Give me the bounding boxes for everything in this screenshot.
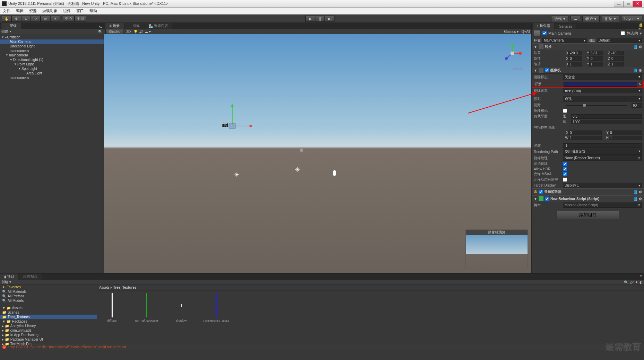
help-icon[interactable]: 📘: [633, 197, 637, 201]
shaded-dropdown[interactable]: Shaded: [105, 29, 123, 34]
rot-y-input[interactable]: [589, 56, 603, 61]
hierarchy-item[interactable]: ▼Point Light: [0, 62, 104, 66]
menu-assets[interactable]: 资源: [26, 8, 40, 14]
viewport-w-input[interactable]: [568, 136, 602, 140]
back-link[interactable]: < Back: [512, 67, 523, 71]
fx-toggle-icon[interactable]: ☁ ▾: [145, 30, 151, 34]
search-icon[interactable]: 🔍: [98, 30, 102, 34]
folder-item[interactable]: 📁 Tree_Textures: [0, 315, 97, 319]
scene-search[interactable]: Q+All: [521, 30, 530, 34]
target-display-dropdown[interactable]: Display 1▾: [563, 183, 642, 188]
assets-folder[interactable]: ▼ 📁 Assets: [0, 306, 97, 310]
create-dropdown[interactable]: 创建 ▾: [1, 280, 11, 285]
lock-icon[interactable]: 🔒≡: [638, 24, 643, 29]
scale-y-input[interactable]: [589, 62, 603, 66]
background-color-field[interactable]: [564, 82, 637, 87]
inspector-tab[interactable]: ℹ 检查器: [533, 23, 554, 29]
folder-item[interactable]: ▸ 📁 Analytics Library: [0, 324, 97, 328]
rotate-tool-button[interactable]: ↻: [21, 16, 31, 22]
light-toggle-icon[interactable]: 💡: [133, 30, 138, 34]
tab-scene[interactable]: # 场景: [105, 23, 124, 29]
scale-z-input[interactable]: [610, 62, 624, 66]
menu-help[interactable]: 帮助: [87, 8, 100, 14]
favorite-icon[interactable]: ★: [635, 280, 638, 284]
account-dropdown[interactable]: 帐户 ▾: [582, 16, 600, 22]
layout-dropdown[interactable]: Layout ▾: [621, 16, 642, 22]
audio-listener-checkbox[interactable]: [539, 190, 543, 194]
far-clip-input[interactable]: [571, 120, 642, 124]
axis-gizmo[interactable]: [500, 41, 524, 65]
culling-mask-dropdown[interactable]: Everything▾: [563, 88, 642, 93]
tab-assetstore[interactable]: 🏪 资源商店: [145, 23, 172, 29]
2d-toggle[interactable]: 2D: [126, 30, 131, 34]
favorite-item[interactable]: 🔍 All Models: [0, 298, 97, 303]
pos-y-input[interactable]: [589, 51, 603, 55]
fov-input[interactable]: [632, 103, 642, 108]
hierarchy-item[interactable]: maincamera: [0, 48, 104, 53]
favorites-header[interactable]: ★ Favorites: [0, 285, 97, 289]
menu-window[interactable]: 窗口: [73, 8, 87, 14]
filter-icon[interactable]: ⌰: [630, 280, 634, 284]
hierarchy-item[interactable]: ▼Spot Light: [0, 66, 104, 71]
script-field[interactable]: Missing (Mono Script)⊙: [563, 202, 642, 208]
physical-camera-checkbox[interactable]: [563, 109, 567, 113]
folder-item[interactable]: ▸ 📁 In App Purchasing: [0, 333, 97, 337]
move-tool-button[interactable]: ✥: [11, 16, 21, 22]
hierarchy-tab[interactable]: ☰ 层级: [1, 23, 21, 29]
active-checkbox[interactable]: [542, 31, 547, 35]
maximize-button[interactable]: ▭: [623, 1, 633, 7]
services-tab[interactable]: Services: [555, 24, 576, 29]
panel-menu-icon[interactable]: ≡: [638, 273, 643, 278]
target-texture-field[interactable]: None (Render Texture)⊙: [563, 155, 642, 161]
asset-item[interactable]: normal_specular: [134, 293, 159, 322]
rendering-path-dropdown[interactable]: 使用图形设置▾: [563, 148, 642, 155]
layers-dropdown[interactable]: 图层 ▾: [602, 16, 619, 22]
step-button[interactable]: ▶|: [325, 16, 334, 22]
gear-icon[interactable]: ⚙: [639, 45, 642, 49]
pause-button[interactable]: ||: [315, 16, 325, 22]
hierarchy-item[interactable]: Area Light: [0, 71, 104, 75]
gear-icon[interactable]: ⚙: [639, 69, 642, 72]
add-component-button[interactable]: 添加组件: [557, 211, 619, 219]
hierarchy-item[interactable]: Directional Light: [0, 44, 104, 48]
rot-z-input[interactable]: [610, 56, 624, 61]
pos-z-input[interactable]: [610, 51, 624, 55]
rect-tool-button[interactable]: ▭: [41, 16, 50, 22]
transform-component-header[interactable]: ▼ 转换 📘⚙: [532, 43, 644, 50]
play-button[interactable]: ▶: [305, 16, 315, 22]
audio-listener-header[interactable]: ⦿ 音频监听器 📘⚙: [532, 188, 644, 195]
gameobject-icon[interactable]: [534, 30, 541, 36]
menu-edit[interactable]: 编辑: [13, 8, 26, 14]
scene-root[interactable]: ▼⬧ Untitled*: [0, 35, 104, 39]
minimize-button[interactable]: —: [614, 1, 624, 7]
dynamic-res-checkbox[interactable]: [563, 178, 567, 182]
scene-viewport[interactable]: 📷 ☀ ☀ < Back 摄像机预览: [104, 34, 531, 273]
panel-menu-icon[interactable]: ▪≡: [98, 24, 103, 29]
help-icon[interactable]: 📘: [633, 45, 637, 49]
hierarchy-item[interactable]: ▼maincamera: [0, 53, 104, 57]
script-component-header[interactable]: ▼ New Behaviour Script (Script) 📘⚙: [532, 195, 644, 202]
folder-item[interactable]: ▸ 📁 com.unity.ads: [0, 328, 97, 333]
pivot-toggle[interactable]: 中心: [63, 16, 75, 22]
asset-item[interactable]: translucency_gloss: [204, 293, 228, 322]
gear-icon[interactable]: ⚙: [639, 197, 642, 201]
clear-flags-dropdown[interactable]: 天空盒▾: [563, 74, 642, 80]
cloud-button[interactable]: ☁: [571, 16, 580, 22]
menu-gameobject[interactable]: 游戏对象: [40, 8, 60, 14]
occlusion-checkbox[interactable]: [563, 162, 567, 166]
layer-dropdown[interactable]: Default▾: [597, 38, 642, 43]
viewport-x-input[interactable]: [568, 130, 602, 135]
help-icon[interactable]: 📘: [633, 190, 637, 194]
hierarchy-item[interactable]: Main Camera: [0, 39, 104, 44]
error-message[interactable]: error CS2001: Source file `Assets/NewBeh…: [8, 345, 126, 349]
asset-item[interactable]: shadow: [169, 293, 193, 322]
transform-tool-button[interactable]: ✦: [50, 16, 60, 22]
scale-x-input[interactable]: [568, 62, 582, 66]
search-icon[interactable]: 🔍: [624, 280, 628, 284]
hierarchy-item[interactable]: ▼Directional Light (1): [0, 57, 104, 62]
tab-project[interactable]: ▮ 项目: [0, 273, 18, 280]
gizmos-dropdown[interactable]: Gizmos ▾: [504, 30, 519, 34]
script-enabled-checkbox[interactable]: [545, 197, 549, 201]
tag-dropdown[interactable]: MainCamera▾: [542, 38, 587, 43]
camera-component-header[interactable]: ▼ 摄像机 📘⚙: [532, 67, 644, 74]
